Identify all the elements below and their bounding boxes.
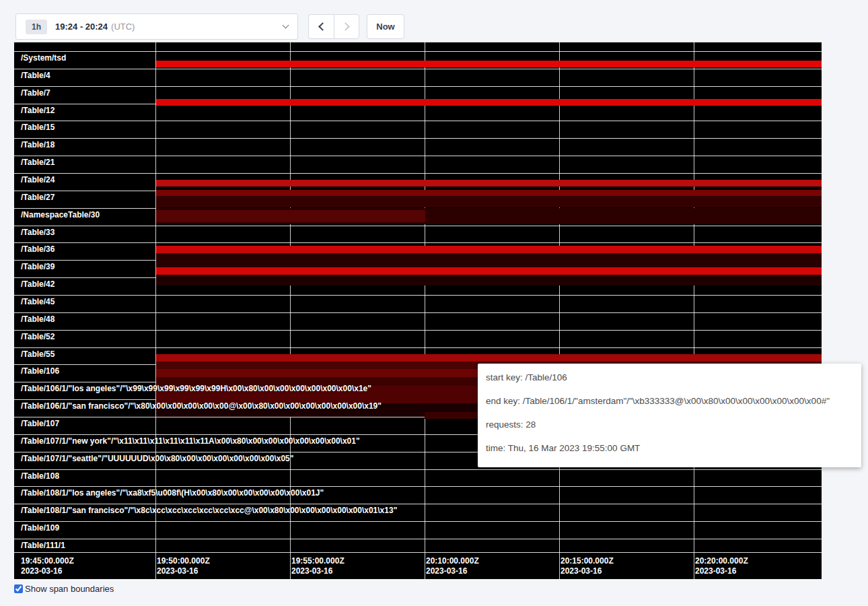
span-key-label: /Table/108/1/"san francisco"/"\x8c\xcc\x… <box>21 506 397 515</box>
range-timezone: (UTC) <box>111 22 135 32</box>
span-key-label: /Table/52 <box>21 333 55 341</box>
heatmap-canvas[interactable]: start key: /Table/106 end key: /Table/10… <box>14 42 822 579</box>
time-gridline <box>425 42 425 579</box>
span-boundary-line <box>14 173 822 174</box>
span-boundary-line <box>14 552 822 553</box>
span-boundary-line <box>14 469 822 470</box>
span-key-label: /Table/36 <box>21 245 55 254</box>
tooltip-end-key: end key: /Table/106/1/"amsterdam"/"\xb33… <box>486 396 853 407</box>
time-gridline <box>155 42 156 579</box>
heat-band <box>156 253 822 267</box>
heat-band <box>156 61 822 67</box>
span-key-label: /Table/106/1/"san francisco"/"\x80\x00\x… <box>21 402 382 411</box>
span-boundary-line <box>14 138 822 139</box>
span-key-label: /Table/42 <box>21 280 55 289</box>
tooltip-requests: requests: 28 <box>486 419 853 430</box>
key-visualizer-page: 1h 19:24 - 20:24 (UTC) Now start key: /T… <box>0 0 868 606</box>
heat-band <box>156 246 822 253</box>
span-key-label: /Table/107/1/"seattle"/"UUUUUUD\x00\x80\… <box>21 454 293 463</box>
span-key-label: /Table/111/1 <box>21 541 65 550</box>
time-range-selector[interactable]: 1h 19:24 - 20:24 (UTC) <box>15 13 298 40</box>
range-text: 19:24 - 20:24 <box>55 22 108 32</box>
span-key-label: /System/tsd <box>21 54 66 63</box>
x-axis-label: 20:10:00.000Z2023-03-16 <box>426 556 479 576</box>
tooltip-time: time: Thu, 16 Mar 2023 19:55:00 GMT <box>486 443 853 454</box>
span-key-label: /Table/107 <box>21 419 59 428</box>
span-key-label: /Table/107/1/"new york"/"\x11\x11\x11\x1… <box>21 437 360 446</box>
prev-time-button[interactable] <box>308 14 334 39</box>
show-span-boundaries-checkbox[interactable] <box>14 584 23 593</box>
span-key-label: /Table/21 <box>21 158 55 167</box>
span-key-label: /Table/39 <box>21 263 55 271</box>
show-span-boundaries-label: Show span boundaries <box>25 584 114 594</box>
chevron-down-icon <box>283 26 288 28</box>
chevron-right-icon <box>341 22 350 31</box>
span-boundary-line <box>14 330 822 331</box>
span-key-label: /Table/33 <box>21 228 55 237</box>
span-key-label: /Table/12 <box>21 106 55 115</box>
hover-tooltip: start key: /Table/106 end key: /Table/10… <box>478 364 861 467</box>
span-boundary-line <box>14 226 822 226</box>
span-key-label: /Table/18 <box>21 141 55 149</box>
span-key-label: /Table/106 <box>21 367 59 376</box>
span-key-label: /Table/24 <box>21 176 55 184</box>
span-boundary-line <box>14 347 822 348</box>
heat-band <box>156 180 822 187</box>
span-boundary-line <box>14 539 822 539</box>
x-axis-label: 19:50:00.000Z2023-03-16 <box>157 556 210 576</box>
span-boundary-line <box>14 51 822 52</box>
heat-band <box>156 99 822 106</box>
time-nav-buttons <box>308 14 359 39</box>
x-axis-label: 19:55:00.000Z2023-03-16 <box>291 556 345 576</box>
span-boundary-line <box>14 121 822 121</box>
heat-band <box>425 412 478 419</box>
heat-band <box>156 190 822 196</box>
next-time-button[interactable] <box>334 14 359 39</box>
span-boundary-line <box>14 42 822 42</box>
time-gridline <box>290 42 291 579</box>
span-boundary-line <box>14 242 822 243</box>
span-key-label: /Table/45 <box>21 298 55 306</box>
span-boundary-line <box>14 504 822 504</box>
heat-band <box>156 196 822 207</box>
span-key-label: /Table/55 <box>21 350 55 359</box>
span-boundary-line <box>14 295 822 296</box>
span-key-label: /Table/48 <box>21 315 55 324</box>
span-key-label: /Table/7 <box>21 89 50 98</box>
time-gridline <box>559 42 560 579</box>
span-boundaries-control: Show span boundaries <box>14 584 114 594</box>
span-boundary-line <box>14 486 822 487</box>
span-key-label: /Table/15 <box>21 123 55 132</box>
span-key-label: /Table/27 <box>21 193 55 202</box>
span-key-label: /NamespaceTable/30 <box>21 211 100 220</box>
tooltip-start-key: start key: /Table/106 <box>486 372 853 383</box>
heat-band <box>156 210 425 222</box>
span-key-label: /Table/109 <box>21 524 59 533</box>
span-key-label: /Table/108 <box>21 472 59 481</box>
span-key-label: /Table/108/1/"los angeles"/"\xa8\xf5\u00… <box>21 489 324 498</box>
x-axis-label: 20:20:00.000Z2023-03-16 <box>695 556 748 576</box>
chevron-left-icon <box>318 22 327 31</box>
heat-band <box>156 354 822 362</box>
span-boundary-line <box>14 312 822 313</box>
span-boundary-line <box>14 521 822 522</box>
heat-band <box>156 369 478 377</box>
duration-chip: 1h <box>26 20 47 34</box>
x-axis-label: 20:15:00.000Z2023-03-16 <box>560 556 614 576</box>
span-boundary-line <box>14 156 822 156</box>
span-key-label: /Table/4 <box>21 71 50 80</box>
now-button[interactable]: Now <box>367 14 404 39</box>
heat-band <box>156 275 822 285</box>
span-boundary-line <box>14 86 822 87</box>
heat-band <box>156 267 822 275</box>
time-gridline <box>694 42 694 579</box>
x-axis-label: 19:45:00.000Z2023-03-16 <box>21 556 74 576</box>
span-boundary-line <box>14 69 822 69</box>
span-key-label: /Table/106/1/"los angeles"/"\x99\x99\x99… <box>21 384 371 393</box>
